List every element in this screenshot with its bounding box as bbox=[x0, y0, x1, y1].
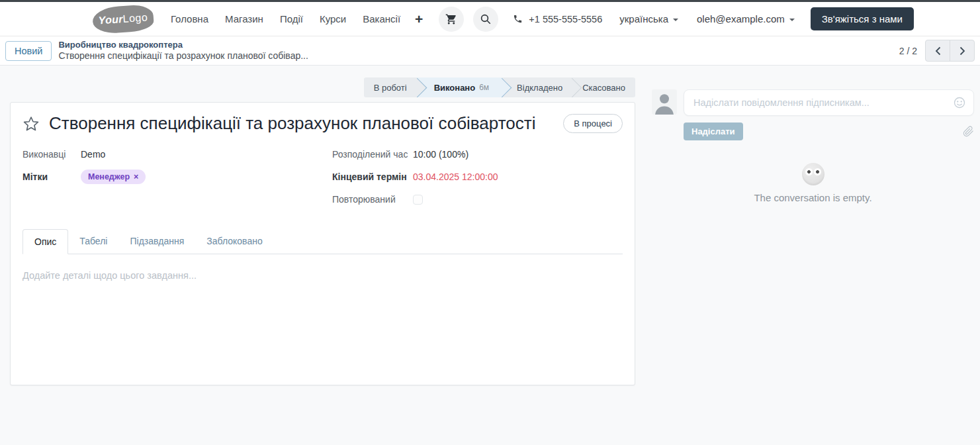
logo-text-logo: Logo bbox=[122, 11, 148, 25]
composer-box bbox=[684, 89, 974, 116]
status-pipeline: В роботі Виконано 6м Відкладено Скасован… bbox=[364, 77, 635, 97]
language-selector[interactable]: українська bbox=[619, 13, 678, 25]
notebook-tabs: Опис Табелі Підзавдання Заблоковано bbox=[22, 229, 623, 254]
search-button[interactable] bbox=[473, 7, 498, 32]
allocated-time-label: Розподілений час bbox=[332, 149, 413, 160]
recurrent-label: Повторюваний bbox=[332, 194, 413, 205]
tag-remove-icon[interactable]: × bbox=[134, 172, 138, 181]
site-header: YourLogo Головна Магазин Події Курси Вак… bbox=[0, 2, 980, 36]
assignees-label: Виконавці bbox=[22, 149, 81, 160]
account-email: oleh@example.com bbox=[697, 13, 785, 25]
status-step-done-active[interactable]: Виконано 6м bbox=[417, 77, 502, 97]
empty-conversation: The conversation is empty. bbox=[652, 163, 974, 203]
field-group-left: Виконавці Demo Мітки Менеджер × bbox=[22, 147, 314, 207]
add-page-icon[interactable]: + bbox=[415, 12, 423, 26]
title-row: Створення специфікації та розрахунок пла… bbox=[22, 113, 623, 134]
content-area: В роботі Виконано 6м Відкладено Скасован… bbox=[0, 66, 980, 385]
description-editor[interactable]: Додайте деталі щодо цього завдання... bbox=[22, 270, 623, 281]
task-form-card: Створення специфікації та розрахунок пла… bbox=[10, 102, 635, 385]
form-column: В роботі Виконано 6м Відкладено Скасован… bbox=[10, 66, 635, 385]
field-recurrent: Повторюваний bbox=[332, 192, 623, 207]
nav-item-courses[interactable]: Курси bbox=[320, 13, 346, 25]
nav-item-home[interactable]: Головна bbox=[171, 13, 208, 25]
nav-item-jobs[interactable]: Вакансії bbox=[363, 13, 400, 25]
send-row: Надіслати bbox=[684, 123, 974, 140]
avatar bbox=[652, 89, 677, 115]
chatter-panel: Надіслати The conversation is empty. bbox=[652, 66, 974, 203]
favorite-star-icon[interactable] bbox=[22, 115, 40, 132]
chevron-down-icon bbox=[789, 19, 795, 21]
tab-timesheets[interactable]: Табелі bbox=[68, 229, 118, 254]
assignees-value[interactable]: Demo bbox=[81, 149, 105, 160]
tag-label: Менеджер bbox=[88, 172, 130, 181]
chevron-left-icon bbox=[935, 46, 941, 56]
pager-buttons bbox=[925, 40, 975, 62]
kanban-state-badge[interactable]: В процесі bbox=[563, 114, 623, 133]
status-step-postponed[interactable]: Відкладено bbox=[502, 77, 572, 97]
main-nav: Головна Магазин Події Курси Вакансії bbox=[171, 13, 400, 25]
field-group-right: Розподілений час 10:00 (100%) Кінцевий т… bbox=[332, 147, 623, 207]
field-allocated-time: Розподілений час 10:00 (100%) bbox=[332, 147, 623, 162]
deadline-label: Кінцевий термін bbox=[332, 172, 413, 182]
message-input[interactable] bbox=[684, 89, 974, 116]
breadcrumb-current-task: Створення специфікації та розрахунок пла… bbox=[58, 50, 308, 62]
ghost-face-icon bbox=[802, 163, 824, 185]
pager-next-button[interactable] bbox=[950, 40, 975, 62]
allocated-time-value[interactable]: 10:00 (100%) bbox=[413, 149, 468, 160]
field-deadline: Кінцевий термін 03.04.2025 12:00:00 bbox=[332, 170, 623, 184]
nav-item-events[interactable]: Події bbox=[280, 13, 303, 25]
cart-icon bbox=[445, 13, 457, 25]
tag-manager[interactable]: Менеджер × bbox=[81, 170, 146, 184]
recurrent-checkbox[interactable] bbox=[413, 195, 423, 205]
status-step-duration: 6м bbox=[479, 83, 489, 92]
tab-subtasks[interactable]: Підзавдання bbox=[118, 229, 195, 254]
task-title[interactable]: Створення специфікації та розрахунок пла… bbox=[49, 113, 535, 134]
field-assignees: Виконавці Demo bbox=[22, 147, 314, 162]
chevron-down-icon bbox=[673, 19, 678, 21]
paperclip-icon[interactable] bbox=[963, 126, 974, 137]
phone-icon bbox=[513, 14, 523, 24]
breadcrumb-project-link[interactable]: Виробництво квадрокоптера bbox=[58, 40, 308, 50]
cart-button[interactable] bbox=[439, 7, 464, 32]
contact-us-button[interactable]: Зв'яжіться з нами bbox=[811, 7, 914, 30]
statusbar-row: В роботі Виконано 6м Відкладено Скасован… bbox=[10, 77, 635, 97]
phone-link[interactable]: +1 555-555-5556 bbox=[513, 14, 602, 25]
language-label: українська bbox=[619, 13, 668, 25]
deadline-value[interactable]: 03.04.2025 12:00:00 bbox=[413, 172, 498, 182]
site-logo[interactable]: YourLogo bbox=[92, 3, 155, 34]
new-record-button[interactable]: Новий bbox=[5, 41, 52, 61]
tab-blocked[interactable]: Заблоковано bbox=[195, 229, 273, 254]
status-step-done-label: Виконано bbox=[434, 83, 476, 93]
send-button[interactable]: Надіслати bbox=[684, 123, 743, 140]
nav-item-shop[interactable]: Магазин bbox=[225, 13, 263, 25]
emoji-icon[interactable] bbox=[953, 96, 966, 109]
pager-count: 2 / 2 bbox=[899, 46, 917, 56]
tags-label: Мітки bbox=[22, 172, 81, 182]
logo-text-your: Your bbox=[98, 13, 123, 27]
empty-conversation-text: The conversation is empty. bbox=[652, 192, 974, 203]
breadcrumb: Виробництво квадрокоптера Створення спец… bbox=[58, 40, 308, 62]
field-grid: Виконавці Demo Мітки Менеджер × Розподіл… bbox=[22, 147, 623, 207]
account-menu[interactable]: oleh@example.com bbox=[697, 13, 795, 25]
message-composer bbox=[652, 89, 974, 116]
status-step-cancelled[interactable]: Скасовано bbox=[572, 77, 635, 97]
field-tags: Мітки Менеджер × bbox=[22, 170, 314, 184]
control-panel: Новий Виробництво квадрокоптера Створенн… bbox=[0, 36, 980, 66]
tab-description[interactable]: Опис bbox=[22, 229, 68, 254]
search-icon bbox=[480, 13, 492, 25]
phone-number: +1 555-555-5556 bbox=[529, 14, 602, 25]
pager-previous-button[interactable] bbox=[925, 40, 950, 62]
chevron-right-icon bbox=[959, 46, 965, 56]
record-pager: 2 / 2 bbox=[899, 40, 975, 62]
